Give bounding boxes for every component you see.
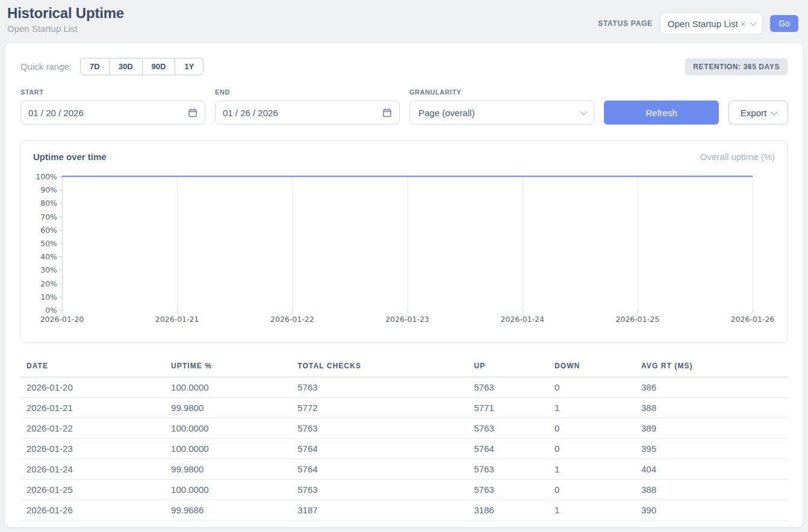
quick-range-90d[interactable]: 90D	[143, 58, 176, 75]
table-row: 2026-01-2699.9686318731861390	[20, 500, 788, 521]
chevron-down-icon	[771, 109, 777, 116]
y-axis-tick-label: 70%	[30, 212, 57, 221]
title-block: Historical Uptime Open Startup List	[7, 5, 124, 34]
table-row: 2026-01-22100.0000576357630389	[20, 418, 788, 439]
table-cell: 3187	[293, 500, 469, 521]
y-axis-tick-label: 60%	[30, 225, 57, 234]
quick-range-row: Quick range: 7D30D90D1Y RETENTION: 365 D…	[20, 58, 788, 75]
table-cell: 2026-01-24	[20, 459, 166, 480]
end-label: END	[215, 88, 400, 96]
table-cell: 2026-01-23	[20, 439, 166, 459]
page: Historical Uptime Open Startup List STAT…	[0, 0, 808, 532]
table-cell: 5772	[293, 398, 469, 418]
granularity-field-group: GRANULARITY Page (overall)	[409, 88, 594, 125]
calendar-icon[interactable]	[382, 108, 392, 117]
chart-card: Uptime over time Overall uptime (%) 0%10…	[20, 140, 788, 343]
x-axis-tick-label: 2026-01-22	[270, 315, 314, 324]
page-subtitle: Open Startup List	[7, 23, 124, 34]
table-cell: 5763	[293, 377, 469, 398]
top-bar: Historical Uptime Open Startup List STAT…	[0, 0, 808, 43]
y-axis-tick-label: 20%	[30, 279, 57, 288]
filter-form: START 01 / 20 / 2026 END	[20, 88, 788, 125]
table-cell: 100.0000	[166, 439, 293, 459]
table-cell: 404	[636, 459, 788, 480]
chart-legend: Overall uptime (%)	[700, 152, 775, 162]
table-cell: 5763	[293, 480, 469, 500]
x-axis-tick	[523, 310, 523, 313]
table-row: 2026-01-23100.0000576457640395	[20, 439, 788, 459]
table-cell: 1	[550, 459, 636, 480]
table-column-header: DOWN	[550, 357, 636, 377]
quick-range-label: Quick range:	[20, 61, 72, 72]
x-axis-tick-label: 2026-01-25	[616, 315, 660, 324]
table-cell: 388	[636, 398, 788, 418]
table-cell: 5763	[469, 480, 550, 500]
y-axis-tick-label: 100%	[30, 172, 57, 181]
table-cell: 5763	[469, 459, 550, 480]
table-cell: 99.9686	[166, 500, 293, 521]
table-cell: 386	[636, 377, 788, 398]
main-card: Quick range: 7D30D90D1Y RETENTION: 365 D…	[5, 43, 803, 527]
x-axis-tick-label: 2026-01-20	[40, 315, 84, 324]
table-cell: 2026-01-21	[20, 398, 166, 418]
y-axis-tick-label: 50%	[30, 239, 57, 248]
export-button[interactable]: Export	[729, 101, 788, 125]
x-axis-tick-label: 2026-01-24	[500, 315, 544, 324]
go-button[interactable]: Go	[770, 15, 798, 32]
calendar-icon[interactable]	[188, 108, 197, 117]
retention-badge: RETENTION: 365 DAYS	[685, 58, 788, 75]
table-header: DATEUPTIME %TOTAL CHECKSUPDOWNAVG RT (MS…	[20, 357, 788, 377]
table-cell: 389	[636, 418, 788, 439]
x-axis-tick-label: 2026-01-26	[731, 315, 775, 324]
x-axis-tick	[408, 310, 408, 313]
uptime-table: DATEUPTIME %TOTAL CHECKSUPDOWNAVG RT (MS…	[20, 357, 788, 521]
table-cell: 5764	[469, 439, 550, 459]
table-cell: 100.0000	[166, 480, 293, 500]
page-title: Historical Uptime	[7, 5, 124, 22]
end-date-input[interactable]: 01 / 26 / 2026	[215, 101, 400, 125]
status-page-select[interactable]: Open Startup List ×	[660, 12, 763, 35]
table-cell: 5771	[469, 398, 550, 418]
x-axis-tick	[177, 310, 178, 313]
clear-icon[interactable]: ×	[741, 19, 746, 29]
table-cell: 2026-01-22	[20, 418, 166, 439]
table-cell: 5763	[293, 418, 469, 439]
chart-title: Uptime over time	[33, 152, 107, 162]
granularity-value: Page (overall)	[418, 108, 576, 118]
table-cell: 1	[550, 500, 636, 521]
chart-plot: 0%10%20%30%40%50%60%70%80%90%100%	[62, 176, 753, 310]
table-cell: 3186	[469, 500, 550, 521]
quick-range-1y[interactable]: 1Y	[175, 58, 204, 75]
status-page-label: STATUS PAGE	[598, 19, 653, 28]
table-row: 2026-01-2499.9800576457631404	[20, 459, 788, 480]
status-page-controls: STATUS PAGE Open Startup List × Go	[598, 12, 798, 35]
y-axis-tick-label: 80%	[30, 199, 57, 208]
quick-range-7d[interactable]: 7D	[80, 58, 110, 75]
x-axis-tick	[292, 310, 293, 313]
table-column-header: UPTIME %	[166, 357, 293, 377]
granularity-select[interactable]: Page (overall)	[409, 101, 594, 125]
quick-range-30d[interactable]: 30D	[110, 58, 143, 75]
x-axis-tick-label: 2026-01-21	[155, 315, 199, 324]
table-cell: 1	[550, 398, 636, 418]
x-axis-tick	[62, 310, 63, 313]
x-axis-tick	[638, 310, 638, 313]
table-cell: 0	[550, 480, 636, 500]
table-cell: 5764	[293, 459, 469, 480]
chevron-down-icon	[580, 108, 587, 115]
y-axis-tick-label: 40%	[30, 252, 57, 261]
refresh-button[interactable]: Refresh	[604, 101, 719, 125]
start-label: START	[20, 88, 205, 96]
table-cell: 2026-01-20	[20, 377, 166, 398]
table-cell: 395	[636, 439, 788, 459]
table-cell: 5763	[469, 418, 550, 439]
table-cell: 2026-01-26	[20, 500, 166, 521]
table-cell: 388	[636, 480, 788, 500]
table-column-header: UP	[469, 357, 550, 377]
start-date-value: 01 / 20 / 2026	[28, 108, 188, 118]
start-date-input[interactable]: 01 / 20 / 2026	[20, 101, 205, 125]
chart-x-axis-labels: 2026-01-202026-01-212026-01-222026-01-23…	[62, 315, 753, 326]
y-axis-tick-label: 30%	[30, 265, 57, 274]
uptime-line-series	[62, 176, 753, 310]
table-cell: 99.9800	[166, 459, 293, 480]
